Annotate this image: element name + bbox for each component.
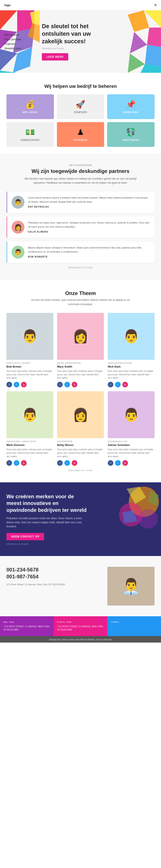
help-section: Wij helpen uw bedrijf te beheren 💰 ANTI-…: [0, 73, 161, 153]
nav-item-2[interactable]: Projecten: [4, 42, 22, 45]
hero-cta-button[interactable]: LEER MEER: [42, 53, 68, 61]
startups-label: STARTUPS: [60, 111, 101, 114]
investering-label: INVESTERING: [111, 139, 151, 141]
testimonial-name-2: CELIA ALMERA: [28, 230, 150, 233]
ig-icon-4[interactable]: ◎: [21, 460, 27, 466]
card-startups: 🚀 STARTUPS: [57, 94, 104, 119]
team-social-5: f t ◎: [57, 460, 104, 466]
team-social-2: f t ◎: [57, 382, 104, 388]
team-desc-4: Duis anim irleyt dolor molestie ante ut …: [6, 448, 53, 458]
fb-icon-1[interactable]: f: [6, 382, 12, 388]
team-photo-2: 👩: [57, 313, 104, 360]
tw-icon-4[interactable]: t: [14, 460, 19, 466]
testimonial-text-3: Mauris aliquet neque volutpat in ferment…: [28, 246, 150, 254]
nav-item-0[interactable]: Wat we doen: [4, 33, 22, 36]
team-photo-3: 👨: [108, 313, 155, 360]
contact-phone-1: 001-234-5678: [6, 567, 101, 573]
hero-headline: De sleutel tot het ontsluiten van uw zak…: [42, 23, 94, 45]
team-social-4: f t ◎: [6, 460, 53, 466]
avatar-3: 👨: [11, 246, 25, 258]
team-member-5: 👩 ONTWERPER Betty Nilson Duis anim irley…: [57, 391, 104, 466]
tw-icon-5[interactable]: t: [65, 460, 70, 466]
team-role-4: FINANCIEEL DIRECTEUR: [6, 440, 53, 442]
team-name-2: Mary Smith: [57, 365, 104, 368]
brand-text-para: Phasellus convallis posuere morbi nec te…: [6, 516, 84, 529]
strategie-icon: ♟: [60, 128, 101, 137]
team-photos-credit: Afbeeldingen van Freepik: [6, 469, 155, 472]
footer-card-3-title: ADRES: [111, 621, 158, 623]
team-name-3: Nick Dark: [108, 365, 155, 368]
team-member-1: 👨 CREATIEVE LEIDER Bob Brown Duis anim i…: [6, 313, 53, 388]
testimonial-body-2: Phasellus vel turpis nunc, eget lorem. Q…: [28, 221, 150, 233]
avatar-2: 👩: [11, 221, 25, 234]
fb-icon-5[interactable]: f: [57, 460, 63, 466]
footer-card-2-content: +121 ROCK STREET, 21 AVENUE, NEW YORK, N…: [57, 625, 104, 631]
brand-text: We creëren merken voor de meest innovati…: [6, 493, 155, 545]
brand-cta-button[interactable]: NEEM CONTACT OP: [6, 533, 44, 540]
card-anti-crisis: 💰 ANTI-CRISIS: [6, 94, 54, 119]
nav-item-1[interactable]: Onze principes: [4, 38, 22, 41]
contact-info: 001-234-5678 001-987-7654 121 Rock Stree…: [6, 567, 101, 587]
sample-text: Sample text: Click to select (and then h…: [49, 639, 112, 641]
team-role-2: HOOE DRIEHOEKSE: [57, 362, 104, 364]
footer-card-2: E-MAIL ONS +121 ROCK STREET, 21 AVENUE, …: [54, 616, 107, 636]
footer-card-1-title: BEL ONS: [3, 621, 50, 623]
team-role-6: ONTWIKKELAAR: [108, 440, 155, 442]
avatar-1: 👨: [11, 196, 25, 209]
tw-icon-3[interactable]: t: [115, 382, 121, 388]
contact-section: 001-234-5678 001-987-7654 121 Rock Stree…: [0, 556, 161, 616]
fb-icon-2[interactable]: f: [57, 382, 63, 388]
svg-marker-12: [130, 32, 147, 53]
ig-icon-5[interactable]: ◎: [72, 460, 77, 466]
ig-icon-3[interactable]: ◎: [122, 382, 128, 388]
fb-icon-6[interactable]: f: [108, 460, 113, 466]
team-role-5: ONTWERPER: [57, 440, 104, 442]
team-desc-6: Duis anim irleyt dolor molestie ante ut …: [108, 448, 155, 458]
contact-address: 121 Rock Street, 21 Avenue, New York, NY…: [6, 583, 101, 587]
team-title: Onze Theem: [6, 290, 155, 296]
team-social-1: f t ◎: [6, 382, 53, 388]
nav-item-3[interactable]: Geweldig team: [4, 47, 22, 50]
hamburger-icon[interactable]: ≡: [154, 3, 157, 7]
header: logo ≡: [0, 0, 161, 10]
team-name-6: Adrian Schelden: [108, 443, 155, 446]
testimonials-title: Wij zijn toegewijde deskundige partners: [6, 168, 155, 174]
ig-icon-1[interactable]: ◎: [21, 382, 27, 388]
strategie-label: STRATEGIE: [60, 139, 101, 141]
testimonial-card-3: 👨 Mauris aliquet neque volutpat in ferme…: [6, 241, 155, 263]
help-title: Wij helpen uw bedrijf te beheren: [6, 84, 155, 89]
tw-icon-2[interactable]: t: [65, 382, 70, 388]
fb-icon-4[interactable]: f: [6, 460, 12, 466]
testimonial-card-1: 👨 Lorem ipsum tempus mauris a tristique …: [6, 191, 155, 213]
ig-icon-6[interactable]: ◎: [122, 460, 128, 466]
ig-icon-2[interactable]: ◎: [72, 382, 77, 388]
team-social-3: f t ◎: [108, 382, 155, 388]
marketing-icon: 📌: [111, 100, 151, 109]
card-consultaties: 💵 CONSULTATIES: [6, 122, 54, 147]
logo: logo: [4, 3, 11, 7]
footer-card-1-content: +121 ROCK STREET, 21 AVENUE, NEW YORK, N…: [3, 625, 50, 631]
tw-icon-1[interactable]: t: [14, 382, 19, 388]
testimonials-tag: GETUIGENISSEN: [6, 164, 155, 166]
testimonial-name-1: NAT REYNOLDS: [28, 206, 150, 208]
team-role-1: CREATIEVE LEIDER: [6, 362, 53, 364]
tw-icon-6[interactable]: t: [115, 460, 121, 466]
testimonial-body-3: Mauris aliquet neque volutpat in ferment…: [28, 246, 150, 258]
team-name-1: Bob Brown: [6, 365, 53, 368]
footer-cards: BEL ONS +121 ROCK STREET, 21 AVENUE, NEW…: [0, 616, 161, 636]
team-role-3: VERKOOPMANAGER: [108, 362, 155, 364]
team-social-6: f t ◎: [108, 460, 155, 466]
footer-card-2-title: E-MAIL ONS: [57, 621, 104, 623]
footer-card-3: ADRES —: [107, 616, 161, 636]
team-member-3: 👨 VERKOOPMANAGER Nick Dark Duis anim irl…: [108, 313, 155, 388]
hero-right-shapes: [128, 10, 161, 73]
team-photo-5: 👩: [57, 391, 104, 438]
fb-icon-3[interactable]: f: [108, 382, 113, 388]
testimonial-text-1: Lorem ipsum tempus mauris a tristique ne…: [28, 196, 150, 204]
brand-section: We creëren merken voor de meest innovati…: [0, 482, 161, 556]
card-marketing: 📌 MARKETING: [107, 94, 155, 119]
anti-crisis-icon: 💰: [10, 100, 50, 109]
testimonial-card-2: 👩 Phasellus vel turpis nunc, eget lorem.…: [6, 216, 155, 238]
team-photo-4: 👨: [6, 391, 53, 438]
contact-phone-2: 001-987-7654: [6, 574, 101, 580]
